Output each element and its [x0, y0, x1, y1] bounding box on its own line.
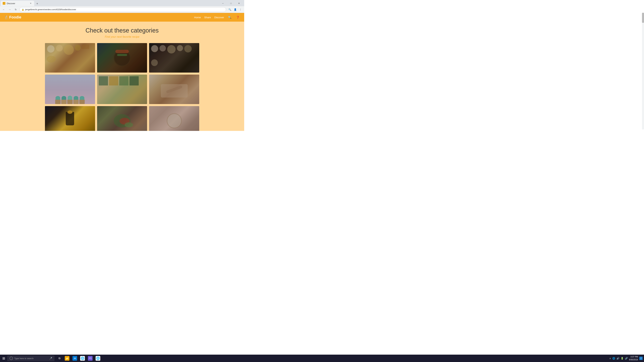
nav-discover[interactable]: Discover	[214, 16, 224, 19]
card-bg-breakfast	[45, 43, 95, 72]
security-lock-icon: 🔒	[22, 8, 24, 11]
new-tab-button[interactable]: +	[35, 1, 40, 6]
card-bg-drinks	[45, 106, 95, 131]
category-card-healthy[interactable]: Healthy	[97, 75, 147, 104]
category-card-breakfast[interactable]: Breakfast	[45, 43, 95, 72]
url-text: jengelbrecht.greenriverdev.com/it328/foo…	[25, 8, 76, 11]
category-card-misc[interactable]: Misc	[149, 106, 199, 131]
back-button[interactable]: ←	[1, 7, 6, 12]
category-card-lunch[interactable]: Lunch	[97, 43, 147, 72]
tab-close-button[interactable]: ✕	[29, 2, 32, 5]
minimize-button[interactable]: ─	[219, 1, 227, 6]
url-bar[interactable]: 🔒 jengelbrecht.greenriverdev.com/it328/f…	[20, 7, 226, 12]
logo-text: Foodie	[9, 15, 21, 19]
category-card-baking[interactable]: Baking	[149, 75, 199, 104]
browser-chrome: 🍴 Discover ✕ + ─ □ ✕ ← → ↻ 🔒 jengelbrech…	[0, 0, 244, 13]
site-logo[interactable]: 🍴 Foodie	[4, 15, 21, 19]
card-overlay-dinner	[149, 43, 199, 72]
refresh-button[interactable]: ↻	[14, 7, 18, 12]
logo-icon: 🍴	[4, 15, 8, 19]
card-bg-baking	[149, 75, 199, 104]
card-overlay-lunch	[97, 43, 147, 72]
forward-button[interactable]: →	[8, 7, 12, 12]
card-overlay-misc	[149, 106, 199, 131]
search-button[interactable]: 🔍	[228, 7, 232, 12]
menu-button[interactable]: ⋮	[238, 7, 243, 12]
address-bar: ← → ↻ 🔒 jengelbrecht.greenriverdev.com/i…	[0, 6, 244, 13]
address-actions: 🔍 👤 ⋮	[228, 7, 243, 12]
card-overlay-dessert	[45, 75, 95, 104]
profile-button[interactable]: 👤	[233, 7, 238, 12]
page-subtitle: Find your next favorite recipe	[105, 35, 139, 38]
category-card-salads[interactable]: Salads	[97, 106, 147, 131]
active-tab[interactable]: 🍴 Discover ✕	[1, 1, 34, 6]
nav-home[interactable]: Home	[194, 16, 201, 19]
card-overlay-drinks	[45, 106, 95, 131]
tab-bar: 🍴 Discover ✕ + ─ □ ✕	[0, 0, 244, 6]
card-bg-lunch	[97, 43, 147, 72]
card-overlay-salads	[97, 106, 147, 131]
category-card-dessert[interactable]: Dessert	[45, 75, 95, 104]
site-navigation: 🍴 Foodie Home Share Discover 🔍 ❓	[0, 13, 244, 22]
category-card-drinks[interactable]: Drinks	[45, 106, 95, 131]
tab-title: Discover	[7, 2, 15, 5]
nav-search-button[interactable]: 🔍	[228, 15, 232, 19]
nav-links: Home Share Discover 🔍 ❓	[194, 15, 240, 19]
card-overlay-healthy	[97, 75, 147, 104]
category-grid: Breakfast Lunch	[45, 43, 199, 131]
webpage-content: 🍴 Foodie Home Share Discover 🔍 ❓ Check o…	[0, 13, 244, 131]
tab-favicon: 🍴	[3, 2, 5, 5]
card-bg-dessert	[45, 75, 95, 104]
main-content: Check out these categories Find your nex…	[0, 22, 244, 131]
page-title: Check out these categories	[86, 27, 159, 34]
maximize-button[interactable]: □	[227, 1, 235, 6]
card-bg-salads	[97, 106, 147, 131]
card-overlay-baking	[149, 75, 199, 104]
card-bg-dinner	[149, 43, 199, 72]
category-card-dinner[interactable]: Dinner	[149, 43, 199, 72]
nav-help-button[interactable]: ❓	[236, 15, 240, 19]
card-bg-misc	[149, 106, 199, 131]
close-button[interactable]: ✕	[235, 1, 243, 6]
nav-share[interactable]: Share	[204, 16, 211, 19]
card-bg-healthy	[97, 75, 147, 104]
card-overlay-breakfast	[45, 43, 95, 72]
